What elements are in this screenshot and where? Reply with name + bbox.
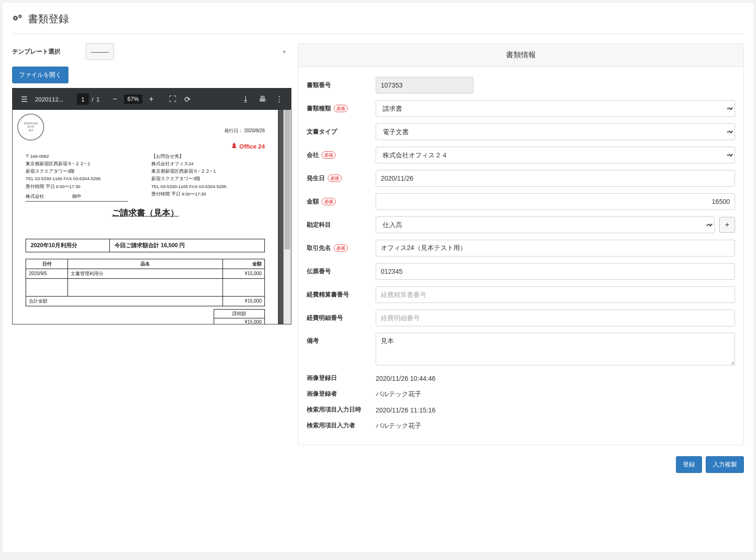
pdf-scrollbar[interactable] [284, 110, 291, 324]
note-field[interactable] [376, 333, 735, 365]
doc-info-panel: 書類情報 書類番号 書類種類必須 請求書 文書タイプ 電子文書 [298, 43, 744, 445]
amount-field[interactable] [376, 193, 735, 210]
pdf-page-input[interactable] [77, 94, 89, 105]
search-input-user: バルテック花子 [376, 420, 735, 430]
print-icon[interactable]: 🖶 [256, 93, 269, 105]
gears-icon [12, 13, 23, 25]
book-type-select[interactable]: 電子文書 [376, 123, 735, 140]
download-icon[interactable]: ⭳ [240, 93, 252, 105]
menu-icon[interactable]: ☰ [18, 93, 30, 105]
submit-button[interactable]: 登録 [676, 456, 702, 473]
svg-point-3 [20, 15, 20, 16]
image-reg-date: 2020/11/26 10:44:46 [376, 373, 735, 382]
required-badge: 必須 [328, 175, 342, 182]
doc-no-field [376, 77, 473, 94]
account-select[interactable]: 仕入高 [376, 216, 715, 233]
pdf-page: 2020/11/26 10:44 JST 発行日： 2020/8/26 Offi… [13, 110, 278, 324]
zoom-out-icon[interactable]: − [109, 93, 121, 105]
required-badge: 必須 [322, 151, 336, 159]
pdf-toolbar: ☰ 2020112... / 1 − 67% + ⛶ ⟳ [13, 88, 291, 110]
expense-doc-no-field[interactable] [376, 286, 735, 303]
duplicate-button[interactable]: 入力複製 [706, 456, 744, 473]
rotate-icon[interactable]: ⟳ [182, 93, 194, 105]
required-badge: 必須 [334, 244, 348, 252]
add-account-button[interactable]: + [719, 217, 735, 233]
pdf-zoom[interactable]: 67% [124, 94, 142, 104]
svg-point-1 [14, 17, 16, 19]
required-badge: 必須 [322, 198, 336, 205]
office24-logo: Office 24 [26, 142, 265, 150]
template-label: テンプレート選択 [12, 47, 77, 56]
template-select[interactable]: --------- [86, 43, 114, 60]
pdf-filename: 2020112... [35, 96, 72, 103]
page-title: 書類登録 [28, 12, 69, 26]
company-select[interactable]: 株式会社オフィス２４ [376, 147, 735, 163]
doc-title: ご請求書（見本） [26, 207, 265, 218]
panel-title: 書類情報 [298, 44, 743, 67]
pdf-page-sep: / [92, 96, 94, 103]
doc-type-select[interactable]: 請求書 [376, 100, 735, 117]
zoom-in-icon[interactable]: + [145, 93, 157, 105]
required-badge: 必須 [334, 105, 348, 112]
pdf-viewer: ☰ 2020112... / 1 − 67% + ⛶ ⟳ [12, 88, 291, 324]
image-reg-user: バルテック花子 [376, 389, 735, 398]
expense-line-no-field[interactable] [376, 310, 735, 326]
more-icon[interactable]: ⋮ [273, 93, 285, 105]
open-file-button[interactable]: ファイルを開く [12, 67, 68, 83]
pdf-total-pages: 1 [96, 96, 100, 103]
fit-page-icon[interactable]: ⛶ [167, 93, 179, 105]
partner-field[interactable] [376, 240, 735, 256]
search-input-date: 2020/11/26 11:15:16 [376, 405, 735, 414]
slip-no-field[interactable] [376, 263, 735, 280]
timestamp-seal-icon: 2020/11/26 10:44 JST [17, 114, 44, 141]
occur-date-field[interactable] [376, 170, 735, 187]
